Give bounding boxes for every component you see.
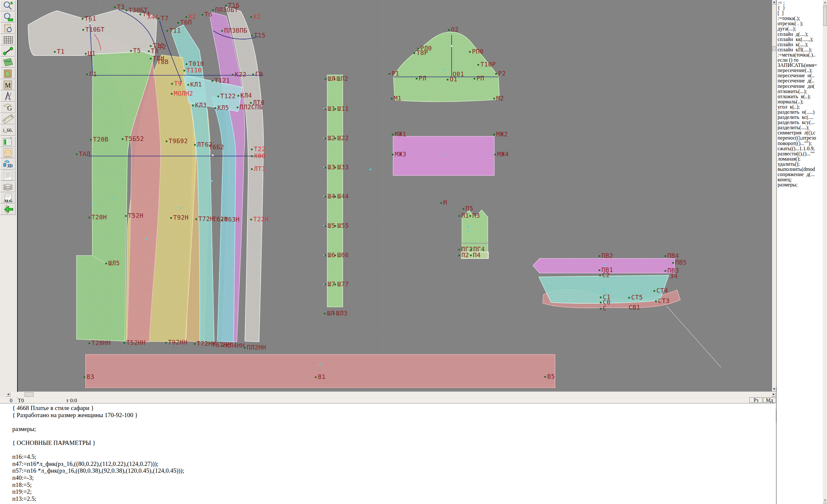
pattern-point[interactable]	[194, 343, 195, 345]
pattern-point[interactable]	[463, 208, 464, 210]
measure-icon[interactable]	[0, 46, 15, 56]
command-item[interactable]: удалить();	[778, 161, 823, 167]
pattern-point[interactable]	[251, 155, 253, 157]
pattern-point[interactable]	[600, 308, 601, 309]
pattern-point[interactable]	[392, 134, 393, 135]
command-item[interactable]: ЗАПИСАТЬ(имя=	[778, 63, 823, 68]
table-icon[interactable]	[0, 136, 15, 147]
highlight-point[interactable]	[604, 264, 606, 265]
m-doc-icon[interactable]: M	[0, 80, 15, 91]
pattern-point[interactable]	[217, 96, 219, 97]
pattern-point[interactable]	[170, 217, 172, 219]
command-item[interactable]: разделить(....);	[778, 125, 823, 130]
highlight-point[interactable]	[467, 225, 469, 227]
pattern-point[interactable]	[211, 80, 213, 82]
code-line[interactable]: п47:=п16*л_фнк(рз_16,((80,0.22),(112,0.2…	[12, 460, 775, 467]
pattern-point[interactable]	[185, 16, 187, 18]
code-line[interactable]: п40:=-3;	[12, 474, 775, 482]
pattern-point[interactable]	[324, 313, 326, 314]
back-arrow-icon[interactable]	[0, 204, 15, 215]
pattern-point[interactable]	[214, 107, 216, 109]
pattern-point[interactable]	[544, 376, 546, 378]
pattern-point[interactable]	[251, 35, 253, 37]
pattern-point[interactable]	[195, 218, 197, 220]
code-line[interactable]: { ОСНОВНЫЕ ПАРАМЕТРЫ }	[12, 439, 775, 447]
canvas-hscroll-thumb[interactable]	[25, 392, 34, 397]
code-line[interactable]: п19:=2;	[12, 488, 775, 495]
pattern-point[interactable]	[130, 50, 132, 52]
zoom-area-icon[interactable]	[0, 12, 15, 22]
pattern-point[interactable]	[672, 262, 674, 264]
highlight-point[interactable]	[211, 180, 212, 182]
pattern-point[interactable]	[665, 270, 666, 272]
command-item[interactable]: отложить(...);	[778, 89, 823, 94]
command-item[interactable]: пересечение дн(	[778, 84, 823, 89]
code-line[interactable]	[12, 418, 775, 425]
pattern-point[interactable]	[237, 95, 239, 97]
pattern-point[interactable]	[447, 79, 448, 81]
md-button[interactable]: Мд	[763, 397, 776, 403]
pattern-point[interactable]	[171, 83, 173, 85]
pattern-canvas[interactable]: Т3Т30БТТ4Х44Т7Т61Т10БТТ1Ц1Г1Х2Т6Т16ПЛ3ОБ…	[18, 0, 772, 392]
pattern-point[interactable]	[599, 255, 600, 257]
pattern-point[interactable]	[184, 70, 185, 71]
pattern-point[interactable]	[325, 225, 326, 227]
code-line[interactable]: п18:=5;	[12, 482, 775, 489]
pattern-point[interactable]	[122, 138, 124, 140]
pattern-point[interactable]	[105, 263, 107, 264]
pattern-point[interactable]	[186, 63, 187, 65]
code-line[interactable]: п16:=4.5;	[12, 453, 775, 460]
pattern-point[interactable]	[440, 202, 442, 204]
pattern-point[interactable]	[84, 376, 85, 378]
command-item[interactable]: конец;	[778, 177, 823, 182]
pattern-point[interactable]	[416, 78, 418, 80]
pattern-point[interactable]	[140, 13, 141, 15]
command-item[interactable]: :=точка(.);	[778, 16, 823, 21]
pattern-point[interactable]	[474, 78, 475, 80]
command-item[interactable]: отрезок( . );	[778, 21, 823, 26]
command-vscroll-thumb[interactable]	[823, 6, 827, 26]
pattern-point[interactable]	[114, 6, 116, 8]
highlight-point[interactable]	[443, 154, 444, 156]
command-item[interactable]: разделить ксу(...	[778, 120, 823, 125]
command-item[interactable]: сплайн кП(....);	[778, 47, 823, 52]
command-item[interactable]: дуга(...);	[778, 26, 823, 31]
pattern-point[interactable]	[150, 45, 151, 47]
pattern-point[interactable]	[187, 84, 189, 86]
highlight-point[interactable]	[180, 207, 182, 209]
command-item[interactable]: разделить н(.....)	[778, 109, 823, 115]
pattern-point[interactable]	[89, 217, 90, 218]
pattern-point[interactable]	[82, 29, 84, 31]
code-line[interactable]: { 4668 Платье в стиле сафари }	[12, 404, 775, 412]
command-item[interactable]: сопряжение д(...	[778, 172, 823, 177]
pattern-point[interactable]	[653, 290, 655, 292]
pattern-point[interactable]	[89, 343, 90, 344]
pattern-point[interactable]	[212, 9, 214, 11]
code-line[interactable]	[12, 432, 775, 439]
pattern-point[interactable]	[124, 342, 125, 344]
command-item[interactable]: если () то	[778, 57, 823, 63]
pattern-point[interactable]	[478, 64, 479, 65]
command-item[interactable]: развести((),()...""	[778, 151, 823, 156]
highlight-point[interactable]	[603, 289, 605, 290]
canvas-vscroll-thumb[interactable]	[772, 46, 776, 51]
command-item[interactable]: отложить в(..);	[778, 94, 823, 99]
pattern-point[interactable]	[495, 73, 497, 74]
pattern-point[interactable]	[82, 18, 83, 20]
command-item[interactable]: разделить кс(....	[778, 115, 823, 120]
pattern-point[interactable]	[165, 342, 167, 343]
pattern-point[interactable]	[86, 74, 88, 75]
pattern-point[interactable]	[448, 29, 450, 31]
command-scroll-down-icon[interactable]: ∨	[823, 498, 827, 503]
code-line[interactable]	[12, 447, 775, 454]
pattern-point[interactable]	[166, 30, 168, 32]
pattern-point[interactable]	[325, 78, 326, 80]
pattern-point[interactable]	[221, 30, 223, 32]
highlight-point[interactable]	[370, 169, 371, 170]
pattern-point[interactable]	[628, 297, 630, 299]
pattern-point[interactable]	[148, 50, 150, 52]
command-item[interactable]: := ;	[778, 0, 823, 5]
command-item[interactable]: выполнить(dmod	[778, 167, 823, 172]
pattern-point[interactable]	[54, 51, 56, 53]
command-item[interactable]: пересечение н(..	[778, 73, 823, 78]
